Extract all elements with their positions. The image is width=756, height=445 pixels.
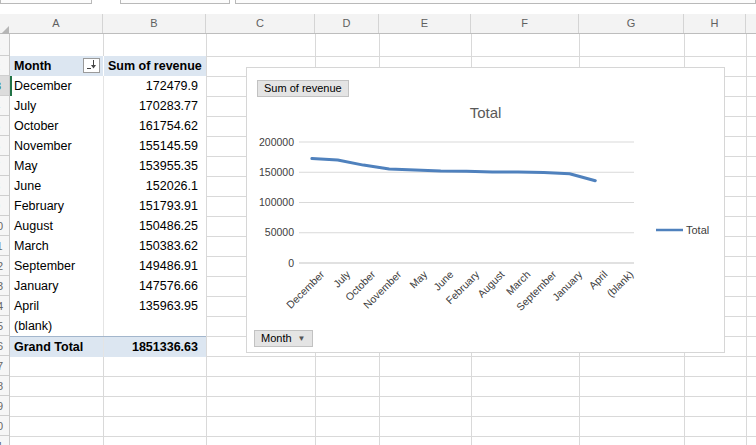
row-header-13[interactable]: 13	[0, 276, 10, 296]
pivot-month-cell[interactable]: (blank)	[10, 316, 103, 336]
axis-field-button[interactable]: Month▼	[254, 330, 313, 347]
pivot-header-month[interactable]: Month	[10, 56, 103, 76]
row-header-4[interactable]: 4	[0, 96, 10, 116]
select-all-corner[interactable]	[1, 26, 9, 34]
pivot-month-cell[interactable]: January	[10, 276, 103, 296]
grand-total-value: 1851336.63	[103, 337, 206, 357]
row-header-20[interactable]: 20	[0, 416, 10, 436]
row-header-5[interactable]: 5	[0, 116, 10, 136]
row-header-16[interactable]: 16	[0, 336, 10, 356]
gridline-h	[10, 436, 756, 437]
pivot-table: Month Sum of revenue December172479.9Jul…	[10, 56, 206, 357]
gridline-h	[10, 396, 756, 397]
column-header-strip: ABCDEFGH	[0, 14, 756, 34]
column-header-A[interactable]: A	[10, 14, 103, 33]
pivot-month-cell[interactable]: July	[10, 96, 103, 116]
row-header-21[interactable]: 21	[0, 436, 10, 445]
row-header-3[interactable]: 3	[0, 76, 10, 96]
row-header-17[interactable]: 17	[0, 356, 10, 376]
pivot-chart[interactable]: Sum of revenue Total 0500001000001500002…	[246, 67, 725, 353]
sort-descending-icon	[86, 59, 97, 70]
pivot-value-cell[interactable]: 161754.62	[103, 116, 206, 136]
axis-field-label: Month	[261, 332, 292, 344]
pivot-row-October[interactable]: October161754.62	[10, 116, 206, 136]
column-header-C[interactable]: C	[206, 14, 315, 33]
pivot-value-cell[interactable]: 135963.95	[103, 296, 206, 316]
pivot-row-August[interactable]: August150486.25	[10, 216, 206, 236]
gridline-h	[10, 416, 756, 417]
name-box-fragment	[0, 0, 92, 4]
row-header-1[interactable]: 1	[0, 34, 10, 56]
svg-text:200000: 200000	[259, 136, 294, 148]
row-header-14[interactable]: 14	[0, 296, 10, 316]
pivot-value-cell[interactable]: 150486.25	[103, 216, 206, 236]
column-header-G[interactable]: G	[579, 14, 684, 33]
grand-total-label: Grand Total	[10, 337, 103, 357]
pivot-header-value[interactable]: Sum of revenue	[103, 56, 206, 76]
row-header-12[interactable]: 12	[0, 256, 10, 276]
pivot-row-September[interactable]: September149486.91	[10, 256, 206, 276]
row-header-2[interactable]: 2	[0, 56, 10, 76]
pivot-value-cell[interactable]: 172479.9	[103, 76, 206, 96]
svg-text:100000: 100000	[259, 196, 294, 208]
pivot-value-cell[interactable]: 150383.62	[103, 236, 206, 256]
pivot-value-cell[interactable]: 152026.1	[103, 176, 206, 196]
column-header-B[interactable]: B	[103, 14, 206, 33]
pivot-value-cell[interactable]: 155145.59	[103, 136, 206, 156]
column-header-H[interactable]: H	[684, 14, 746, 33]
pivot-header-row: Month Sum of revenue	[10, 56, 206, 76]
pivot-value-cell[interactable]: 147576.66	[103, 276, 206, 296]
pivot-month-cell[interactable]: March	[10, 236, 103, 256]
pivot-row-June[interactable]: June152026.1	[10, 176, 206, 196]
pivot-month-cell[interactable]: October	[10, 116, 103, 136]
toolbar-fragment	[120, 0, 230, 4]
pivot-grand-total-row[interactable]: Grand Total 1851336.63	[10, 336, 206, 357]
pivot-month-cell[interactable]: December	[10, 76, 103, 96]
pivot-row-February[interactable]: February151793.91	[10, 196, 206, 216]
pivot-row-May[interactable]: May153955.35	[10, 156, 206, 176]
row-header-18[interactable]: 18	[0, 376, 10, 396]
pivot-value-cell[interactable]: 149486.91	[103, 256, 206, 276]
pivot-row-blank[interactable]: (blank)	[10, 316, 206, 336]
month-header-label: Month	[14, 59, 51, 73]
pivot-month-cell[interactable]: June	[10, 176, 103, 196]
row-header-11[interactable]: 11	[0, 236, 10, 256]
pivot-month-cell[interactable]: February	[10, 196, 103, 216]
dropdown-arrow-icon: ▼	[298, 331, 306, 346]
svg-text:150000: 150000	[259, 166, 294, 178]
pivot-row-April[interactable]: April135963.95	[10, 296, 206, 316]
pivot-month-cell[interactable]: May	[10, 156, 103, 176]
pivot-value-cell[interactable]: 170283.77	[103, 96, 206, 116]
row-header-strip: 123456789101112131415161718192021	[0, 34, 10, 445]
pivot-month-cell[interactable]: November	[10, 136, 103, 156]
row-header-19[interactable]: 19	[0, 396, 10, 416]
row-header-6[interactable]: 6	[0, 136, 10, 156]
pivot-row-November[interactable]: November155145.59	[10, 136, 206, 156]
pivot-row-December[interactable]: December172479.9	[10, 76, 206, 96]
column-header-E[interactable]: E	[379, 14, 471, 33]
row-header-7[interactable]: 7	[0, 156, 10, 176]
pivot-row-July[interactable]: July170283.77	[10, 96, 206, 116]
pivot-value-cell[interactable]: 153955.35	[103, 156, 206, 176]
pivot-row-March[interactable]: March150383.62	[10, 236, 206, 256]
svg-text:0: 0	[288, 257, 294, 269]
row-header-8[interactable]: 8	[0, 176, 10, 196]
legend-label: Total	[686, 224, 709, 236]
gridline-h	[10, 376, 756, 377]
pivot-month-cell[interactable]: September	[10, 256, 103, 276]
row-header-9[interactable]: 9	[0, 196, 10, 216]
revenue-line-series	[312, 159, 595, 181]
sort-filter-icon[interactable]	[83, 58, 100, 73]
pivot-row-January[interactable]: January147576.66	[10, 276, 206, 296]
row-header-10[interactable]: 10	[0, 216, 10, 236]
row-header-15[interactable]: 15	[0, 316, 10, 336]
pivot-value-cell[interactable]	[103, 316, 206, 336]
pivot-month-cell[interactable]: August	[10, 216, 103, 236]
pivot-month-cell[interactable]: April	[10, 296, 103, 316]
pivot-value-cell[interactable]: 151793.91	[103, 196, 206, 216]
excel-sheet: ABCDEFGH 1234567891011121314151617181920…	[0, 0, 756, 445]
column-header-D[interactable]: D	[315, 14, 379, 33]
svg-text:50000: 50000	[265, 226, 294, 238]
formula-bar-fragment	[235, 0, 756, 4]
column-header-F[interactable]: F	[471, 14, 579, 33]
